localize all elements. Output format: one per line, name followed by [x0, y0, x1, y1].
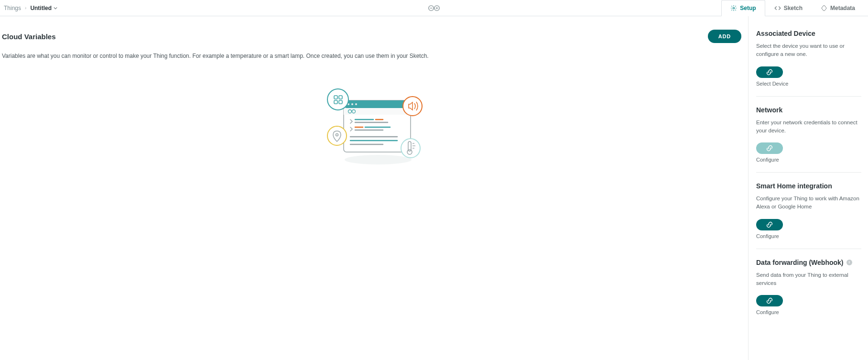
tab-metadata-label: Metadata	[830, 5, 855, 11]
panel-network-title: Network	[756, 106, 861, 114]
breadcrumb: Things › Untitled	[4, 5, 57, 11]
main-header: Cloud Variables ADD	[2, 30, 744, 43]
link-icon	[766, 221, 773, 229]
panel-smarthome-desc: Configure your Thing to work with Amazon…	[756, 195, 861, 211]
breadcrumb-current-label: Untitled	[30, 5, 52, 11]
topbar: Things › Untitled Setup Sketch Metadata	[0, 0, 868, 16]
info-icon[interactable]: i	[846, 260, 852, 265]
svg-point-24	[327, 89, 348, 110]
panel-webhook-desc: Send data from your Thing to external se…	[756, 271, 861, 288]
configure-smarthome-button[interactable]	[756, 219, 783, 230]
breadcrumb-root[interactable]: Things	[4, 5, 21, 11]
svg-point-5	[733, 7, 735, 9]
link-icon	[766, 144, 773, 152]
top-tabs: Setup Sketch Metadata	[721, 0, 864, 16]
content: Cloud Variables ADD Variables are what y…	[0, 16, 868, 360]
chevron-down-icon	[54, 6, 57, 10]
tag-icon	[821, 5, 827, 11]
tab-sketch[interactable]: Sketch	[765, 0, 812, 16]
panel-device-title: Associated Device	[756, 30, 861, 37]
configure-network-button	[756, 142, 783, 154]
configure-webhook-label: Configure	[756, 309, 779, 315]
panel-webhook: Data forwarding (Webhook) i Send data fr…	[756, 249, 861, 325]
svg-rect-12	[344, 108, 411, 115]
breadcrumb-current[interactable]: Untitled	[30, 5, 57, 11]
panel-network-desc: Enter your network credentials to connec…	[756, 119, 861, 135]
link-icon	[766, 297, 773, 305]
svg-point-11	[355, 103, 357, 105]
main-description: Variables are what you can monitor or co…	[2, 52, 744, 60]
chevron-right-icon: ›	[25, 5, 26, 11]
page-title: Cloud Variables	[2, 33, 56, 41]
configure-smarthome-label: Configure	[756, 233, 779, 239]
configure-network-label: Configure	[756, 157, 779, 163]
panel-smarthome-title: Smart Home integration	[756, 182, 861, 190]
select-device-label: Select Device	[756, 81, 788, 87]
gear-icon	[730, 5, 737, 11]
tab-metadata[interactable]: Metadata	[812, 0, 864, 16]
sidebar: Associated Device Select the device you …	[749, 16, 868, 360]
tab-sketch-label: Sketch	[784, 5, 803, 11]
tab-setup[interactable]: Setup	[721, 0, 765, 16]
code-icon	[774, 5, 781, 11]
svg-point-6	[345, 155, 412, 164]
panel-associated-device: Associated Device Select the device you …	[756, 28, 861, 96]
tab-setup-label: Setup	[740, 5, 756, 11]
svg-point-10	[351, 103, 353, 105]
panel-smarthome: Smart Home integration Configure your Th…	[756, 172, 861, 249]
configure-webhook-button[interactable]	[756, 295, 783, 306]
svg-rect-8	[344, 100, 411, 108]
add-button[interactable]: ADD	[708, 30, 741, 43]
main-panel: Cloud Variables ADD Variables are what y…	[0, 16, 749, 360]
empty-state-illustration	[306, 79, 440, 175]
panel-network: Network Enter your network credentials t…	[756, 96, 861, 173]
select-device-button[interactable]	[756, 66, 783, 78]
panel-webhook-title: Data forwarding (Webhook) i	[756, 259, 861, 266]
arduino-logo	[427, 4, 441, 12]
panel-device-desc: Select the device you want to use or con…	[756, 42, 861, 59]
link-icon	[766, 68, 773, 76]
